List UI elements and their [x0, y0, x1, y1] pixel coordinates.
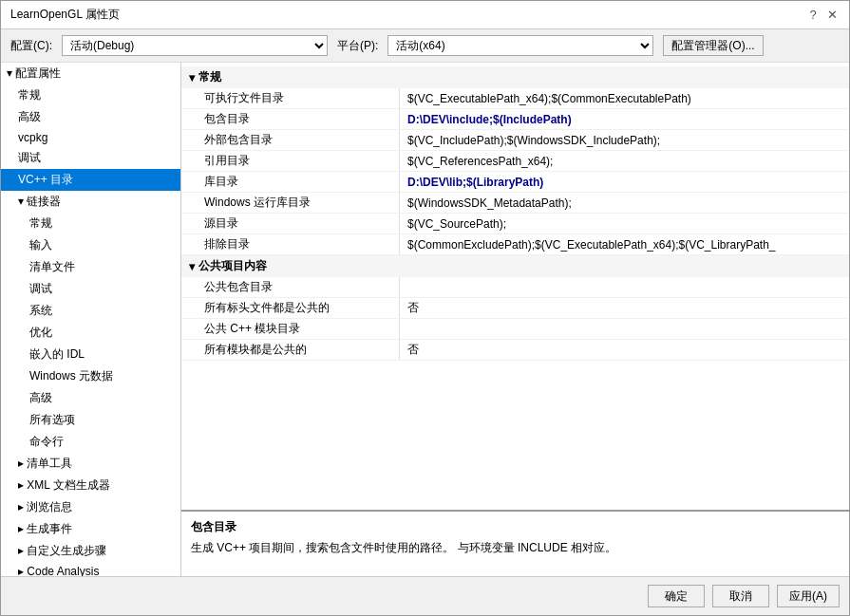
sidebar-item-command[interactable]: 命令行: [1, 431, 180, 453]
title-bar: LearnOpenGL 属性页 ? ✕: [1, 1, 849, 29]
help-button[interactable]: ?: [805, 8, 821, 23]
sidebar-item-browser-info[interactable]: ▸ 浏览信息: [1, 496, 180, 518]
sidebar: ▾ 配置属性常规高级vcpkg调试VC++ 目录▾ 链接器常规输入清单文件调试系…: [1, 63, 181, 576]
dialog-title: LearnOpenGL 属性页: [10, 7, 120, 23]
section-arrow: ▾: [189, 71, 195, 84]
config-row: 配置(C): 活动(Debug) 平台(P): 活动(x64) 配置管理器(O)…: [1, 29, 849, 63]
table-row[interactable]: 排除目录$(CommonExcludePath);$(VC_Executable…: [181, 234, 849, 255]
sidebar-item-xml-gen[interactable]: ▸ XML 文档生成器: [1, 475, 180, 496]
table-row[interactable]: 引用目录$(VC_ReferencesPath_x64);: [181, 151, 849, 172]
prop-name: 库目录: [181, 172, 400, 192]
prop-name: Windows 运行库目录: [181, 193, 400, 213]
sidebar-item-cleantool[interactable]: ▸ 清单工具: [1, 453, 180, 475]
bottom-bar: 确定 取消 应用(A): [1, 576, 849, 615]
table-row[interactable]: 所有模块都是公共的否: [181, 340, 849, 361]
sidebar-item-linker-debug[interactable]: 调试: [1, 278, 180, 300]
sidebar-item-custom-build[interactable]: ▸ 自定义生成步骤: [1, 540, 180, 562]
table-row[interactable]: 可执行文件目录$(VC_ExecutablePath_x64);$(Common…: [181, 88, 849, 109]
section-header[interactable]: ▾公共项目内容: [181, 255, 849, 277]
table-row[interactable]: 所有标头文件都是公共的否: [181, 298, 849, 319]
sidebar-item-common[interactable]: 常规: [1, 84, 180, 106]
platform-label: 平台(P):: [337, 38, 378, 54]
prop-value: $(VC_IncludePath);$(WindowsSDK_IncludePa…: [400, 132, 849, 149]
prop-value: $(VC_ExecutablePath_x64);$(CommonExecuta…: [400, 90, 849, 107]
sidebar-item-code-analysis[interactable]: ▸ Code Analysis: [1, 562, 180, 576]
sidebar-item-vcpp-dirs[interactable]: VC++ 目录: [1, 169, 180, 191]
sidebar-item-linker-windows[interactable]: Windows 元数据: [1, 365, 180, 387]
cancel-button[interactable]: 取消: [712, 585, 769, 607]
prop-name: 包含目录: [181, 109, 400, 129]
sidebar-item-linker[interactable]: ▾ 链接器: [1, 191, 180, 213]
table-row[interactable]: 公共包含目录: [181, 277, 849, 298]
config-manager-button[interactable]: 配置管理器(O)...: [663, 35, 763, 56]
sidebar-item-linker-input[interactable]: 输入: [1, 234, 180, 256]
close-button[interactable]: ✕: [824, 8, 840, 23]
sidebar-item-vcpkg[interactable]: vcpkg: [1, 128, 180, 147]
prop-name: 所有标头文件都是公共的: [181, 298, 400, 318]
main-dialog: LearnOpenGL 属性页 ? ✕ 配置(C): 活动(Debug) 平台(…: [0, 0, 850, 616]
apply-button[interactable]: 应用(A): [777, 585, 840, 607]
table-row[interactable]: Windows 运行库目录$(WindowsSDK_MetadataPath);: [181, 193, 849, 214]
props-table: ▾常规可执行文件目录$(VC_ExecutablePath_x64);$(Com…: [181, 63, 849, 510]
prop-value: $(VC_SourcePath);: [400, 215, 849, 233]
sidebar-item-linker-common[interactable]: 常规: [1, 213, 180, 234]
table-row[interactable]: 公共 C++ 模块目录: [181, 319, 849, 340]
prop-value: D:\DEV\include;$(IncludePath): [400, 111, 849, 128]
sidebar-item-linker-manifest[interactable]: 清单文件: [1, 256, 180, 278]
sidebar-item-linker-system[interactable]: 系统: [1, 300, 180, 322]
ok-button[interactable]: 确定: [648, 585, 705, 607]
prop-value: $(WindowsSDK_MetadataPath);: [400, 195, 849, 212]
prop-value: D:\DEV\lib;$(LibraryPath): [400, 174, 849, 191]
prop-name: 可执行文件目录: [181, 88, 400, 108]
desc-title: 包含目录: [191, 519, 840, 535]
sidebar-item-build-events[interactable]: ▸ 生成事件: [1, 518, 180, 540]
prop-value: 否: [400, 298, 849, 318]
prop-name: 引用目录: [181, 151, 400, 171]
table-row[interactable]: 库目录D:\DEV\lib;$(LibraryPath): [181, 172, 849, 193]
table-row[interactable]: 外部包含目录$(VC_IncludePath);$(WindowsSDK_Inc…: [181, 130, 849, 151]
prop-value: [400, 327, 849, 331]
prop-name: 公共 C++ 模块目录: [181, 319, 400, 339]
prop-name: 所有模块都是公共的: [181, 340, 400, 360]
config-select[interactable]: 活动(Debug): [62, 35, 328, 56]
sidebar-item-linker-advanced[interactable]: 高级: [1, 387, 180, 409]
prop-name: 源目录: [181, 214, 400, 233]
prop-value: [400, 286, 849, 289]
section-title: 公共项目内容: [198, 258, 267, 274]
title-bar-buttons: ? ✕: [805, 8, 840, 23]
prop-name: 排除目录: [181, 234, 400, 254]
table-row[interactable]: 包含目录D:\DEV\include;$(IncludePath): [181, 109, 849, 130]
sidebar-item-advanced[interactable]: 高级: [1, 106, 180, 128]
platform-select[interactable]: 活动(x64): [387, 35, 653, 56]
sidebar-item-config-props[interactable]: ▾ 配置属性: [1, 63, 180, 84]
prop-name: 公共包含目录: [181, 277, 400, 297]
sidebar-item-linker-all[interactable]: 所有选项: [1, 409, 180, 431]
config-label: 配置(C):: [10, 38, 52, 54]
section-title: 常规: [198, 69, 221, 85]
desc-text: 生成 VC++ 项目期间，搜索包含文件时使用的路径。 与环境变量 INCLUDE…: [191, 539, 840, 556]
sidebar-item-debug[interactable]: 调试: [1, 147, 180, 169]
sidebar-item-linker-idl[interactable]: 嵌入的 IDL: [1, 344, 180, 365]
prop-value: $(VC_ReferencesPath_x64);: [400, 153, 849, 170]
section-arrow: ▾: [189, 260, 195, 273]
description-panel: 包含目录 生成 VC++ 项目期间，搜索包含文件时使用的路径。 与环境变量 IN…: [181, 510, 849, 576]
main-content: ▾ 配置属性常规高级vcpkg调试VC++ 目录▾ 链接器常规输入清单文件调试系…: [1, 63, 849, 576]
prop-value: $(CommonExcludePath);$(VC_ExecutablePath…: [400, 236, 849, 253]
prop-name: 外部包含目录: [181, 130, 400, 150]
section-header[interactable]: ▾常规: [181, 66, 849, 88]
sidebar-item-linker-optimize[interactable]: 优化: [1, 322, 180, 344]
right-panel: ▾常规可执行文件目录$(VC_ExecutablePath_x64);$(Com…: [181, 63, 849, 576]
table-row[interactable]: 源目录$(VC_SourcePath);: [181, 214, 849, 234]
prop-value: 否: [400, 340, 849, 360]
